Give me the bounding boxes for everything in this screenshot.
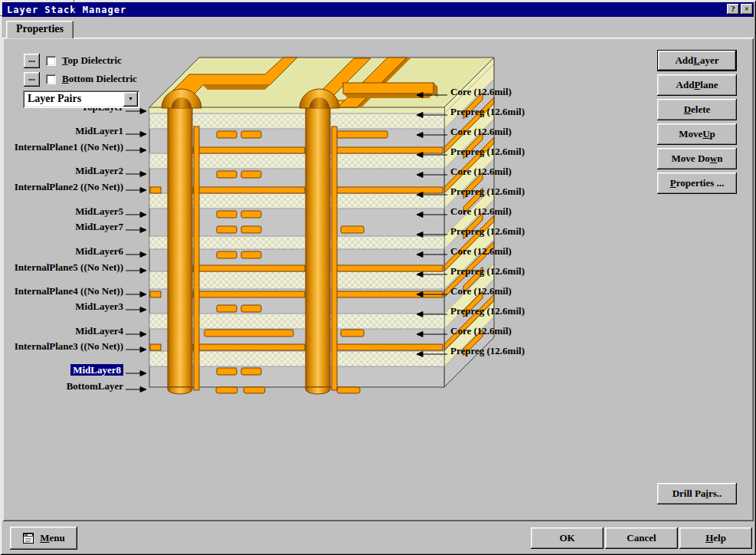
top-dielectric-browse-button[interactable]: ... bbox=[24, 54, 40, 68]
drill-pairs-button[interactable]: Drill Pairs.. bbox=[657, 483, 737, 504]
layer-label[interactable]: MidLayer1 bbox=[0, 125, 123, 139]
bottom-dielectric-label: Bottom Dielectric bbox=[62, 73, 137, 85]
dielectric-annotation: Core (12.6mil) bbox=[450, 126, 512, 138]
bottom-dielectric-checkbox[interactable] bbox=[46, 74, 56, 84]
close-icon[interactable]: × bbox=[741, 4, 753, 15]
dielectric-annotation: Prepreg (12.6mil) bbox=[450, 106, 525, 118]
dielectric-annotation: Prepreg (12.6mil) bbox=[450, 265, 525, 278]
chevron-down-icon[interactable]: ▼ bbox=[123, 92, 138, 107]
title-bar[interactable]: Layer Stack Manager bbox=[2, 2, 754, 17]
layer-label[interactable]: InternalPlane3 ((No Net)) bbox=[0, 340, 123, 354]
dielectric-annotation: Prepreg (12.6mil) bbox=[450, 225, 525, 238]
dropdown-value: Layer Pairs bbox=[28, 93, 81, 105]
move-down-button[interactable]: Move Down bbox=[657, 148, 737, 169]
layer-label[interactable]: InternalPlane2 ((No Net)) bbox=[0, 181, 123, 195]
layer-label[interactable]: MidLayer4 bbox=[0, 325, 123, 339]
layer-label[interactable]: InternalPlane1 ((No Net)) bbox=[0, 141, 123, 155]
window-title: Layer Stack Manager bbox=[2, 5, 126, 15]
dielectric-annotation: Prepreg (12.6mil) bbox=[450, 146, 525, 158]
layer-stack-manager-dialog: Layer Stack Manager ? × Properties ... T… bbox=[0, 0, 756, 555]
layer-label[interactable]: BottomLayer bbox=[0, 380, 123, 394]
add-layer-button[interactable]: Add Layer bbox=[657, 50, 737, 71]
dielectric-annotation: Core (12.6mil) bbox=[450, 86, 512, 98]
layer-label[interactable]: MidLayer6 bbox=[0, 245, 123, 259]
properties-button[interactable]: Properties ... bbox=[657, 172, 737, 194]
dielectric-annotation: Prepreg (12.6mil) bbox=[450, 305, 525, 317]
dielectric-annotation: Core (12.6mil) bbox=[450, 245, 512, 258]
dielectric-annotation: Core (12.6mil) bbox=[450, 166, 512, 178]
ok-button[interactable]: OK bbox=[531, 527, 604, 549]
menu-button[interactable]: Menu bbox=[10, 527, 77, 550]
help-button[interactable]: Help bbox=[679, 527, 752, 549]
help-icon[interactable]: ? bbox=[727, 4, 739, 15]
layer-label[interactable]: InternalPlane4 ((No Net)) bbox=[0, 285, 123, 299]
menu-button-label: Menu bbox=[40, 532, 65, 544]
top-dielectric-label: Top Dielectric bbox=[62, 54, 122, 67]
layer-label[interactable]: MidLayer3 bbox=[0, 300, 123, 314]
dielectric-annotation: Prepreg (12.6mil) bbox=[450, 186, 525, 198]
move-up-button[interactable]: Move Up bbox=[657, 123, 737, 145]
menu-icon bbox=[22, 532, 34, 544]
dielectric-annotation: Core (12.6mil) bbox=[450, 205, 512, 218]
delete-button[interactable]: Delete bbox=[657, 99, 737, 120]
dielectric-annotation: Core (12.6mil) bbox=[450, 325, 512, 337]
top-dielectric-checkbox[interactable] bbox=[46, 56, 56, 66]
layer-label-selected[interactable]: MidLayer8 bbox=[0, 364, 123, 378]
tab-properties[interactable]: Properties bbox=[6, 21, 74, 38]
cancel-button[interactable]: Cancel bbox=[605, 527, 678, 549]
dielectric-annotation: Prepreg (12.6mil) bbox=[450, 345, 525, 357]
bottom-dielectric-browse-button[interactable]: ... bbox=[24, 72, 40, 87]
layer-label[interactable]: InternalPlane5 ((No Net)) bbox=[0, 261, 123, 275]
layer-label[interactable]: MidLayer5 bbox=[0, 205, 123, 219]
layer-label[interactable]: MidLayer7 bbox=[0, 221, 123, 235]
add-plane-button[interactable]: Add Plane bbox=[657, 74, 737, 96]
layer-label[interactable]: MidLayer2 bbox=[0, 165, 123, 179]
layer-mode-dropdown[interactable]: Layer Pairs ▼ bbox=[23, 90, 139, 108]
dielectric-annotation: Core (12.6mil) bbox=[450, 285, 512, 297]
